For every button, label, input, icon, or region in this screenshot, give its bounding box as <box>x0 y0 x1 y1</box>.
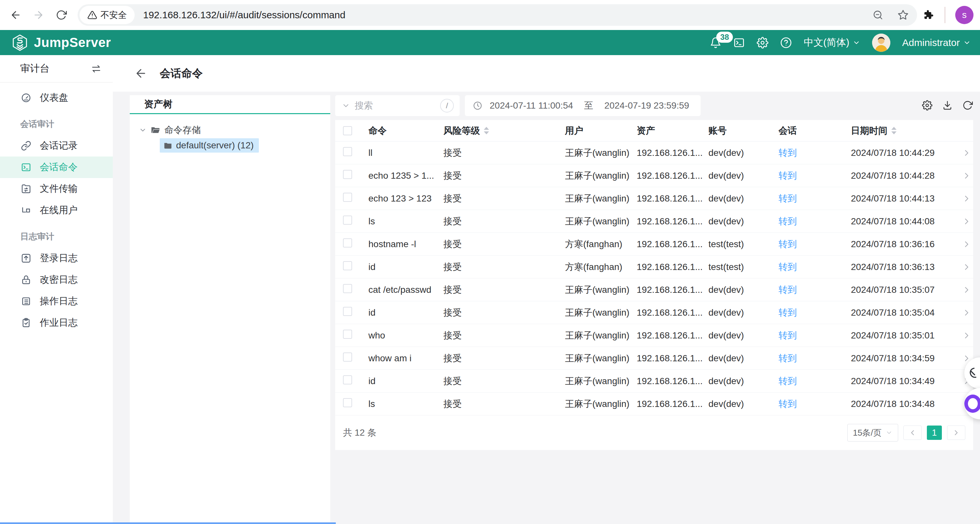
export-download-icon[interactable] <box>942 100 953 110</box>
select-all-checkbox[interactable] <box>343 126 352 135</box>
help-icon[interactable] <box>780 37 792 49</box>
row-checkbox[interactable] <box>343 330 352 339</box>
notification-badge: 38 <box>716 32 733 43</box>
table-row[interactable]: id 接受 方寒(fanghan) 192.168.126.1... test(… <box>335 256 973 279</box>
table-row[interactable]: ls 接受 王麻子(wanglin) 192.168.126.1... dev(… <box>335 210 973 233</box>
row-checkbox[interactable] <box>343 398 352 407</box>
sidebar-item-dashboard[interactable]: 仪表盘 <box>0 87 113 108</box>
tree-expand-icon[interactable] <box>139 126 147 134</box>
chevron-down-icon[interactable] <box>342 101 350 110</box>
sidebar-section-label: 日志审计 <box>0 221 113 247</box>
row-checkbox[interactable] <box>343 352 352 362</box>
web-terminal-icon[interactable] <box>733 37 745 49</box>
sidebar-item-session-commands[interactable]: 会话命令 <box>0 156 113 178</box>
site-security-chip[interactable]: 不安全 <box>80 6 135 24</box>
table-row[interactable]: echo 1235 > 1... 接受 王麻子(wanglin) 192.168… <box>335 164 973 187</box>
row-expand-chevron-icon[interactable] <box>962 194 972 204</box>
row-checkbox[interactable] <box>343 307 352 316</box>
row-checkbox[interactable] <box>343 284 352 293</box>
row-expand-chevron-icon[interactable] <box>962 239 972 249</box>
page-size-select[interactable]: 15条/页 <box>847 424 898 441</box>
table-settings-icon[interactable] <box>922 100 932 110</box>
extensions-puzzle-icon[interactable] <box>923 9 935 21</box>
prev-page-button[interactable] <box>904 425 922 440</box>
row-expand-chevron-icon[interactable] <box>962 308 972 318</box>
go-to-session-link[interactable]: 转到 <box>778 375 851 387</box>
row-expand-chevron-icon[interactable] <box>962 262 972 272</box>
language-selector[interactable]: 中文(简体) <box>803 36 860 49</box>
go-to-session-link[interactable]: 转到 <box>778 170 851 182</box>
asset-tree-tab[interactable]: 资产树 <box>130 95 330 114</box>
browser-forward-button[interactable] <box>29 6 48 24</box>
sidebar-item-file-transfer[interactable]: 文件传输 <box>0 178 113 199</box>
table-row[interactable]: id 接受 王麻子(wanglin) 192.168.126.1... dev(… <box>335 370 973 393</box>
column-header[interactable]: 日期时间 <box>851 124 962 137</box>
browser-profile-avatar[interactable]: s <box>955 6 974 24</box>
bookmark-star-icon[interactable] <box>897 10 908 21</box>
sort-carets-icon[interactable] <box>891 127 897 134</box>
row-expand-chevron-icon[interactable] <box>962 148 972 158</box>
column-header[interactable]: 风险等级 <box>443 124 565 137</box>
menu-item-label: 作业日志 <box>40 316 78 329</box>
sidebar-item-online-users[interactable]: 在线用户 <box>0 199 113 221</box>
table-row[interactable]: cat /etc/passwd 接受 王麻子(wanglin) 192.168.… <box>335 279 973 301</box>
row-expand-chevron-icon[interactable] <box>962 331 972 341</box>
sidebar-item-session-records[interactable]: 会话记录 <box>0 135 113 156</box>
row-checkbox[interactable] <box>343 147 352 156</box>
notifications-button[interactable]: 38 <box>710 37 721 49</box>
go-to-session-link[interactable]: 转到 <box>778 261 851 273</box>
page-number-1[interactable]: 1 <box>927 425 942 440</box>
go-to-session-link[interactable]: 转到 <box>778 352 851 365</box>
row-checkbox[interactable] <box>343 193 352 202</box>
settings-gear-icon[interactable] <box>757 37 768 49</box>
row-expand-chevron-icon[interactable] <box>962 171 972 181</box>
table-row[interactable]: ll 接受 王麻子(wanglin) 192.168.126.1... dev(… <box>335 142 973 164</box>
go-to-session-link[interactable]: 转到 <box>778 238 851 250</box>
row-expand-chevron-icon[interactable] <box>962 217 972 226</box>
browser-back-button[interactable] <box>6 6 25 24</box>
sort-carets-icon[interactable] <box>484 127 489 134</box>
row-checkbox[interactable] <box>343 261 352 270</box>
date-range-picker[interactable]: 2024-07-11 11:00:54 至 2024-07-19 23:59:5… <box>465 95 701 116</box>
go-to-session-link[interactable]: 转到 <box>778 329 851 342</box>
browser-reload-button[interactable] <box>52 6 70 24</box>
go-to-session-link[interactable]: 转到 <box>778 215 851 228</box>
go-to-session-link[interactable]: 转到 <box>778 147 851 159</box>
user-avatar[interactable] <box>872 33 890 52</box>
sidebar-item-login-log[interactable]: 登录日志 <box>0 247 113 269</box>
table-row[interactable]: who 接受 王麻子(wanglin) 192.168.126.1... dev… <box>335 324 973 347</box>
tree-node-root[interactable]: 命令存储 <box>139 123 330 138</box>
row-checkbox[interactable] <box>343 215 352 225</box>
row-expand-chevron-icon[interactable] <box>962 285 972 295</box>
row-checkbox[interactable] <box>343 238 352 247</box>
address-bar[interactable]: 不安全 192.168.126.132/ui/#/audit/sessions/… <box>78 4 917 26</box>
go-to-session-link[interactable]: 转到 <box>778 306 851 319</box>
go-to-session-link[interactable]: 转到 <box>778 193 851 205</box>
table-row[interactable]: ls 接受 王麻子(wanglin) 192.168.126.1... dev(… <box>335 393 973 416</box>
date-end-value[interactable]: 2024-07-19 23:59:59 <box>605 100 689 111</box>
table-row[interactable]: id 接受 王麻子(wanglin) 192.168.126.1... dev(… <box>335 301 973 324</box>
sidebar-item-job-log[interactable]: 作业日志 <box>0 312 113 334</box>
refresh-icon[interactable] <box>963 100 973 110</box>
menu-item-label: 在线用户 <box>40 204 78 217</box>
back-arrow-icon[interactable] <box>134 67 147 80</box>
table-row[interactable]: hostname -l 接受 方寒(fanghan) 192.168.126.1… <box>335 233 973 256</box>
tree-node-default-server[interactable]: default(server) (12) <box>160 138 259 153</box>
user-menu[interactable]: Administrator <box>902 37 971 48</box>
date-start-value[interactable]: 2024-07-11 11:00:54 <box>490 100 573 111</box>
search-input[interactable]: 搜索 / <box>335 95 460 116</box>
sidebar-collapse-icon[interactable] <box>91 64 101 74</box>
next-page-button[interactable] <box>947 425 965 440</box>
table-row[interactable]: whow am i 接受 王麻子(wanglin) 192.168.126.1.… <box>335 347 973 370</box>
row-checkbox[interactable] <box>343 170 352 179</box>
asset-cell: 192.168.126.1... <box>637 330 708 341</box>
sidebar-item-operate-log[interactable]: 操作日志 <box>0 290 113 312</box>
go-to-session-link[interactable]: 转到 <box>778 398 851 410</box>
sidebar-item-password-log[interactable]: 改密日志 <box>0 269 113 290</box>
go-to-session-link[interactable]: 转到 <box>778 284 851 296</box>
brand[interactable]: JumpServer <box>11 34 111 51</box>
menu-item-icon <box>21 296 31 306</box>
table-row[interactable]: echo 123 > 123 接受 王麻子(wanglin) 192.168.1… <box>335 187 973 210</box>
row-checkbox[interactable] <box>343 375 352 384</box>
zoom-out-icon[interactable] <box>873 10 883 20</box>
